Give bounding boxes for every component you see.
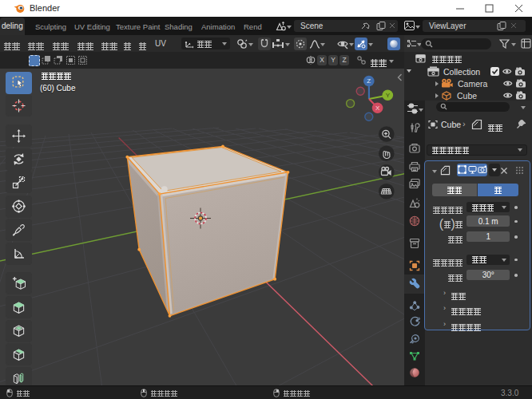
- svg-text:X: X: [375, 105, 380, 112]
- svg-text:Z: Z: [367, 77, 371, 85]
- svg-text:Y: Y: [386, 92, 391, 99]
